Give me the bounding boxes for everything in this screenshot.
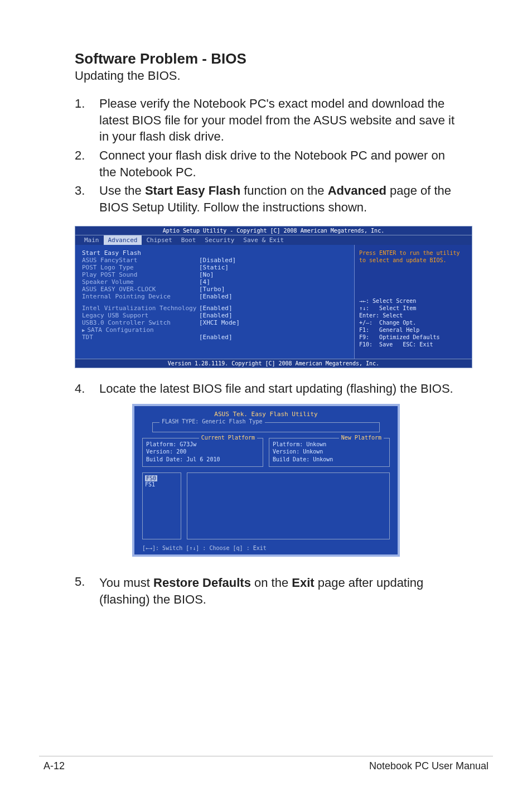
setting-row[interactable]: TDT[Enabled]: [82, 334, 349, 341]
drive-list[interactable]: FS0 FS1: [142, 472, 181, 539]
setting-row[interactable]: Intel Virtualization Technology[Enabled]: [82, 305, 349, 312]
step-text: Locate the latest BIOS file and start up…: [99, 382, 453, 396]
hint-line: →←: Select Screen: [359, 297, 467, 305]
platform-line: Platform: Unkown: [273, 441, 386, 448]
setting-value: [No]: [199, 271, 214, 278]
setting-row[interactable]: Legacy USB Support[Enabled]: [82, 312, 349, 319]
setting-sata-config[interactable]: SATA Configuration: [82, 326, 349, 334]
setting-label: TDT: [82, 334, 199, 341]
platform-line: Version: Unkown: [273, 448, 386, 456]
setting-label: ASUS EASY OVER-CLOCK: [82, 286, 199, 293]
step-number: 1.: [75, 95, 99, 145]
setting-row[interactable]: ASUS FancyStart[Disabled]: [82, 257, 349, 264]
hint-line: Enter: Select: [359, 312, 467, 319]
setting-value: [Enabled]: [199, 334, 233, 341]
tab-advanced[interactable]: Advanced: [104, 235, 142, 245]
step-text: Connect your flash disk drive to the Not…: [99, 147, 457, 180]
step-4: 4. Locate the latest BIOS file and start…: [75, 382, 457, 396]
footer-rule: [39, 756, 493, 756]
easy-flash-screenshot: ASUS Tek. Easy Flash Utility FLASH TYPE:…: [132, 404, 400, 557]
setting-row[interactable]: ASUS EASY OVER-CLOCK[Turbo]: [82, 286, 349, 293]
setting-value: [Disabled]: [199, 257, 236, 264]
step-text: You must Restore Defaults on the Exit pa…: [99, 575, 457, 607]
platform-line: Build Date: Jul 6 2010: [146, 456, 259, 464]
help-text: Press ENTER to run the utility: [359, 249, 467, 257]
setting-label: Speaker Volume: [82, 278, 199, 286]
easy-flash-wrap: ASUS Tek. Easy Flash Utility FLASH TYPE:…: [75, 404, 457, 557]
current-platform-box: Current Platform Platform: G73Jw Version…: [142, 438, 263, 467]
bios-settings-pane: Start Easy Flash ASUS FancyStart[Disable…: [75, 245, 355, 359]
box-label: Current Platform: [199, 434, 257, 442]
tab-security[interactable]: Security: [200, 235, 239, 245]
platform-line: Version: 200: [146, 448, 259, 456]
setting-row[interactable]: Internal Pointing Device[Enabled]: [82, 293, 349, 300]
tab-main[interactable]: Main: [80, 235, 104, 245]
step-text: Use the Start Easy Flash function on the…: [99, 182, 457, 215]
flash-type-label: FLASH TYPE: Generic Flash Type: [159, 418, 265, 425]
setting-row[interactable]: POST Logo Type[Static]: [82, 264, 349, 271]
hint-line: F10: Save ESC: Exit: [359, 341, 467, 348]
page-number: A-12: [43, 760, 65, 772]
help-text: to select and update BIOS.: [359, 257, 467, 264]
setting-label: USB3.0 Controller Switch: [82, 319, 199, 326]
text-frag: function on the: [240, 184, 328, 197]
drive-item-fs0[interactable]: FS0: [145, 475, 157, 481]
step-number: 2.: [75, 147, 99, 180]
bios-setup-screenshot: Aptio Setup Utility - Copyright [C] 2008…: [75, 226, 472, 368]
setting-row[interactable]: Play POST Sound[No]: [82, 271, 349, 278]
setting-row[interactable]: Speaker Volume[4]: [82, 278, 349, 286]
setting-label: Internal Pointing Device: [82, 293, 199, 300]
bold-text: Restore Defaults: [153, 576, 251, 590]
setting-label: Intel Virtualization Technology: [82, 305, 199, 312]
bios-body: Start Easy Flash ASUS FancyStart[Disable…: [75, 245, 472, 359]
setting-value: [Enabled]: [199, 312, 233, 319]
setting-start-easy-flash[interactable]: Start Easy Flash: [82, 249, 349, 257]
step-5: 5. You must Restore Defaults on the Exit…: [75, 575, 457, 607]
platform-row: Current Platform Platform: G73Jw Version…: [142, 438, 390, 467]
tab-boot[interactable]: Boot: [177, 235, 201, 245]
hint-line: F1: General Help: [359, 326, 467, 334]
setting-label: ASUS FancyStart: [82, 257, 199, 264]
setting-value: [4]: [199, 278, 210, 286]
setting-label: SATA Configuration: [82, 326, 199, 334]
setting-label: POST Logo Type: [82, 264, 199, 271]
step-3: 3. Use the Start Easy Flash function on …: [75, 182, 457, 215]
steps-list: 1. Please verify the Notebook PC's exact…: [75, 95, 457, 216]
setting-value: [Turbo]: [199, 286, 225, 293]
document-page: Software Problem - BIOS Updating the BIO…: [0, 0, 532, 791]
section-subtitle: Updating the BIOS.: [75, 69, 457, 83]
manual-title: Notebook PC User Manual: [369, 760, 489, 772]
spacer: [82, 300, 349, 305]
file-list[interactable]: [187, 472, 390, 539]
new-platform-box: New Platform Platform: Unkown Version: U…: [269, 438, 390, 467]
hint-line: ↑↓: Select Item: [359, 305, 467, 312]
bios-header: Aptio Setup Utility - Copyright [C] 2008…: [75, 226, 472, 235]
step-number: 3.: [75, 182, 99, 215]
box-label: New Platform: [339, 434, 384, 442]
step-number: 4.: [75, 382, 99, 396]
step-text: Please verify the Notebook PC's exact mo…: [99, 95, 457, 145]
platform-line: Platform: G73Jw: [146, 441, 259, 448]
content-area: Software Problem - BIOS Updating the BIO…: [0, 50, 532, 608]
section-title: Software Problem - BIOS: [75, 50, 457, 67]
easy-flash-nav-hint: [←→]: Switch [↑↓] : Choose [q] : Exit: [142, 545, 390, 551]
hint-line: +/—: Change Opt.: [359, 319, 467, 326]
setting-value: [XHCI Mode]: [199, 319, 240, 326]
text-frag: on the: [251, 576, 292, 590]
bios-tabs: Main Advanced Chipset Boot Security Save…: [75, 235, 472, 245]
hint-line: F9: Optimized Defaults: [359, 334, 467, 341]
tab-chipset[interactable]: Chipset: [142, 235, 176, 245]
bold-text: Start Easy Flash: [145, 184, 240, 197]
text-frag: Use the: [99, 184, 145, 197]
setting-value: [Enabled]: [199, 305, 233, 312]
drive-item-fs1[interactable]: FS1: [145, 481, 178, 488]
setting-value: [Enabled]: [199, 293, 233, 300]
step-1: 1. Please verify the Notebook PC's exact…: [75, 95, 457, 145]
setting-row[interactable]: USB3.0 Controller Switch[XHCI Mode]: [82, 319, 349, 326]
bold-text: Advanced: [328, 184, 386, 197]
tab-save-exit[interactable]: Save & Exit: [239, 235, 288, 245]
bold-text: Exit: [292, 576, 314, 590]
step-number: 5.: [75, 575, 99, 607]
platform-line: Build Date: Unkown: [273, 456, 386, 464]
easy-flash-title: ASUS Tek. Easy Flash Utility: [139, 411, 393, 418]
